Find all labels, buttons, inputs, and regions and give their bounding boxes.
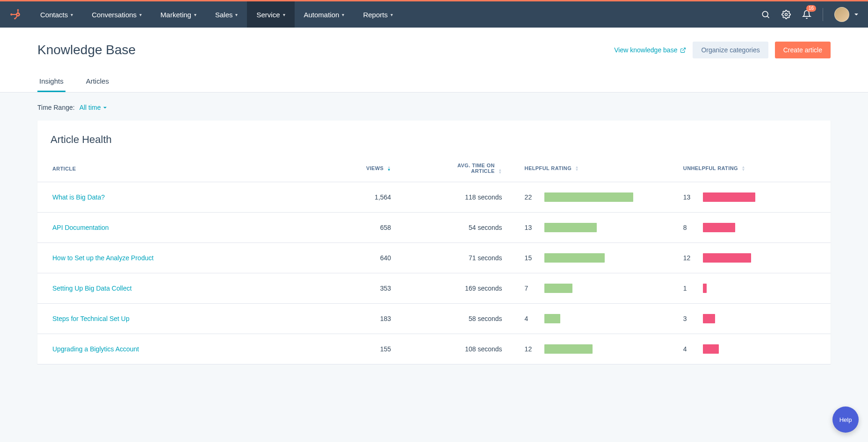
view-kb-link[interactable]: View knowledge base <box>614 46 686 54</box>
unhelpful-bar <box>703 223 735 232</box>
notification-badge: 16 <box>806 5 816 12</box>
cell-helpful: 4 <box>514 304 672 334</box>
unhelpful-bar <box>703 314 715 323</box>
cell-article: Steps for Technical Set Up <box>37 304 323 334</box>
svg-line-9 <box>767 16 769 18</box>
table-row: Setting Up Big Data Collect353169 second… <box>37 273 831 304</box>
svg-point-3 <box>10 14 12 15</box>
unhelpful-bar <box>703 284 707 293</box>
cell-unhelpful: 1 <box>672 273 831 304</box>
nav-item-sales[interactable]: Sales▾ <box>206 1 247 28</box>
table-row: How to Set up the Analyze Product64071 s… <box>37 243 831 273</box>
cell-helpful: 22 <box>514 182 672 213</box>
caret-down-icon: ▾ <box>391 12 393 17</box>
caret-down-icon: ▾ <box>235 12 238 17</box>
article-health-table: ARTICLE VIEWS ▲▼ AVG. TIME ON ARTICLE ▲▼… <box>37 155 831 364</box>
article-link[interactable]: What is Big Data? <box>52 193 105 201</box>
cell-views: 658 <box>323 213 403 243</box>
table-row: Steps for Technical Set Up18358 seconds4… <box>37 304 831 334</box>
filter-row: Time Range: All time <box>37 104 831 111</box>
nav-item-automation[interactable]: Automation▾ <box>295 1 354 28</box>
cell-helpful: 7 <box>514 273 672 304</box>
sort-indicator: ▲▼ <box>498 169 502 174</box>
article-link[interactable]: Setting Up Big Data Collect <box>52 285 132 292</box>
cell-article: What is Big Data? <box>37 182 323 213</box>
cell-article: How to Set up the Analyze Product <box>37 243 323 273</box>
helpful-bar <box>544 223 597 232</box>
avatar <box>834 7 849 22</box>
cell-article: Upgrading a Biglytics Account <box>37 334 323 364</box>
cell-views: 1,564 <box>323 182 403 213</box>
col-article[interactable]: ARTICLE <box>37 155 323 182</box>
cell-article: API Documentation <box>37 213 323 243</box>
bell-icon[interactable]: 16 <box>802 10 811 19</box>
cell-article: Setting Up Big Data Collect <box>37 273 323 304</box>
organize-categories-button[interactable]: Organize categories <box>693 42 768 58</box>
unhelpful-bar <box>703 344 719 354</box>
helpful-bar <box>544 314 561 323</box>
helpful-bar <box>544 192 633 202</box>
nav-item-reports[interactable]: Reports▾ <box>354 1 402 28</box>
article-link[interactable]: Upgrading a Biglytics Account <box>52 345 139 353</box>
caret-down-icon <box>103 106 107 110</box>
sort-indicator: ▲▼ <box>741 166 745 171</box>
user-menu[interactable] <box>834 7 859 22</box>
hubspot-logo-icon[interactable] <box>9 8 22 21</box>
card-title: Article Health <box>37 134 831 155</box>
col-unhelpful[interactable]: UNHELPFUL RATING ▲▼ <box>672 155 831 182</box>
cell-time: 58 seconds <box>402 304 513 334</box>
gear-icon[interactable] <box>781 10 791 19</box>
article-link[interactable]: How to Set up the Analyze Product <box>52 254 153 262</box>
table-row: API Documentation65854 seconds138 <box>37 213 831 243</box>
cell-unhelpful: 8 <box>672 213 831 243</box>
cell-helpful: 13 <box>514 213 672 243</box>
tab-articles[interactable]: Articles <box>84 71 111 92</box>
unhelpful-bar <box>703 192 755 202</box>
svg-point-10 <box>785 14 788 16</box>
cell-helpful: 15 <box>514 243 672 273</box>
page-title: Knowledge Base <box>37 43 136 57</box>
cell-time: 169 seconds <box>402 273 513 304</box>
main-navbar: Contacts▾Conversations▾Marketing▾Sales▾S… <box>0 1 868 28</box>
caret-down-icon: ▾ <box>342 12 344 17</box>
sort-indicator: ▲▼ <box>575 166 579 171</box>
cell-views: 155 <box>323 334 403 364</box>
article-health-card: Article Health ARTICLE VIEWS ▲▼ AVG. TIM… <box>37 121 831 364</box>
svg-point-1 <box>17 14 19 15</box>
article-link[interactable]: Steps for Technical Set Up <box>52 315 130 322</box>
cell-views: 353 <box>323 273 403 304</box>
nav-item-conversations[interactable]: Conversations▾ <box>82 1 151 28</box>
helpful-bar <box>544 284 572 293</box>
time-range-value: All time <box>80 104 101 111</box>
cell-time: 71 seconds <box>402 243 513 273</box>
caret-down-icon: ▾ <box>194 12 196 17</box>
article-link[interactable]: API Documentation <box>52 224 109 231</box>
svg-line-11 <box>683 48 686 50</box>
tab-insights[interactable]: Insights <box>37 71 65 92</box>
cell-time: 54 seconds <box>402 213 513 243</box>
nav-item-service[interactable]: Service▾ <box>247 1 294 28</box>
col-views[interactable]: VIEWS ▲▼ <box>323 155 403 182</box>
caret-down-icon: ▾ <box>139 12 142 17</box>
cell-time: 108 seconds <box>402 334 513 364</box>
svg-point-7 <box>14 18 15 19</box>
nav-item-marketing[interactable]: Marketing▾ <box>151 1 206 28</box>
cell-unhelpful: 13 <box>672 182 831 213</box>
svg-point-8 <box>762 11 768 17</box>
filter-label: Time Range: <box>37 104 75 111</box>
nav-item-contacts[interactable]: Contacts▾ <box>31 1 82 28</box>
search-icon[interactable] <box>761 10 770 19</box>
sort-indicator: ▲▼ <box>387 166 391 171</box>
time-range-dropdown[interactable]: All time <box>80 104 107 111</box>
cell-views: 183 <box>323 304 403 334</box>
cell-unhelpful: 12 <box>672 243 831 273</box>
svg-point-5 <box>17 9 19 11</box>
col-helpful[interactable]: HELPFUL RATING ▲▼ <box>514 155 672 182</box>
cell-time: 118 seconds <box>402 182 513 213</box>
cell-unhelpful: 3 <box>672 304 831 334</box>
col-avg-time[interactable]: AVG. TIME ON ARTICLE ▲▼ <box>402 155 513 182</box>
cell-helpful: 12 <box>514 334 672 364</box>
caret-down-icon: ▾ <box>283 12 285 17</box>
create-article-button[interactable]: Create article <box>775 42 831 58</box>
page-header: Knowledge Base View knowledge base Organ… <box>0 28 868 92</box>
